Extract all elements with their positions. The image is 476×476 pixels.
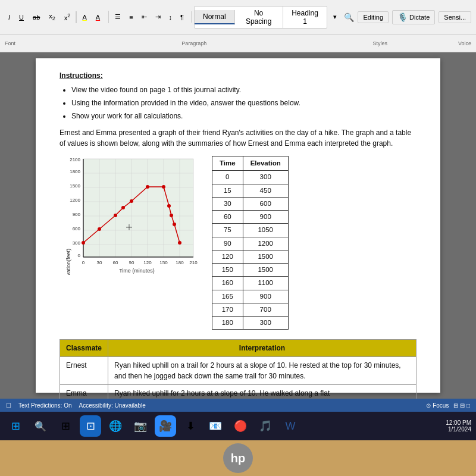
style-no-spacing[interactable]: No Spacing [235, 7, 283, 28]
sort-button[interactable]: ↕ [165, 12, 176, 23]
taskbar-word-button[interactable]: W [280, 415, 301, 437]
table-elevation-cell: 1100 [243, 277, 288, 290]
table-time-cell: 30 [212, 197, 243, 210]
taskbar-store-button[interactable]: ⊡ [80, 415, 101, 437]
italic-button[interactable]: I [5, 12, 14, 23]
interp-row: ErnestRyan hiked uphill on a trail for 2… [60, 357, 416, 385]
bullets-button[interactable]: ☰ [111, 11, 124, 23]
elevation-chart: 0 300 600 900 1200 1500 1800 2100 0 30 6… [60, 156, 202, 278]
font-label: Font [5, 40, 15, 46]
accessibility-status: Accessibility: Unavailable [79, 402, 145, 409]
table-time-cell: 150 [212, 264, 243, 277]
table-row: 1501500 [212, 264, 289, 277]
toolbar-row1: I U ab x2 x2 A A ☰ ≡ ⇤ ⇥ ↕ ¶ Normal No S… [0, 0, 476, 35]
table-row: 1601100 [212, 277, 289, 290]
subscript-button[interactable]: x2 [45, 11, 59, 23]
document-area: Instructions: View the video found on pa… [0, 52, 476, 399]
svg-text:Elevation(feet): Elevation(feet) [65, 249, 71, 275]
table-elevation-cell: 1050 [243, 224, 288, 237]
document-page: Instructions: View the video found on pa… [36, 58, 440, 393]
taskbar-zoom-button[interactable]: 🎥 [155, 415, 176, 437]
bullet-item-2: Using the information provided in the vi… [71, 98, 416, 108]
svg-text:150: 150 [159, 260, 168, 265]
superscript-button[interactable]: x2 [61, 11, 74, 23]
intro-paragraph: Ernest and Emma presented a graph of the… [60, 127, 416, 149]
highlight-button[interactable]: A [79, 12, 90, 23]
styles-section: Normal No Spacing Heading 1 [194, 6, 327, 29]
taskbar-search-button[interactable]: 🔍 [30, 415, 51, 437]
svg-point-36 [121, 206, 125, 209]
taskbar-photos-button[interactable]: 📷 [130, 415, 151, 437]
svg-text:300: 300 [73, 240, 81, 246]
taskbar-time-display: 12:00 PM [446, 419, 471, 426]
styles-label: Styles [373, 40, 388, 46]
taskbar-outlook-button[interactable]: 📧 [205, 415, 226, 437]
paragraph-controls: ☰ ≡ ⇤ ⇥ ↕ ¶ [111, 11, 192, 23]
classmate-cell: Emma [60, 385, 108, 399]
windows-start-button[interactable]: ⊞ [5, 415, 26, 437]
toolbar-right: 🔍 Editing 🎙️ Dictate Sensi... [344, 10, 471, 24]
svg-point-35 [114, 214, 117, 217]
table-time-cell: 0 [212, 171, 243, 184]
font-color-button[interactable]: A [92, 12, 104, 23]
table-row: 30600 [212, 197, 289, 210]
sensitivity-button[interactable]: Sensi... [439, 11, 471, 23]
svg-point-33 [82, 241, 85, 245]
taskbar-app10-button[interactable]: 🎵 [255, 415, 276, 437]
taskbar: ⊞ 🔍 ⊞ ⊡ 🌐 📷 🎥 ⬇ 📧 🔴 🎵 W 12:00 PM 1/1/202… [0, 412, 476, 440]
svg-point-42 [173, 223, 176, 226]
interp-classmate-header: Classmate [60, 340, 108, 357]
table-time-cell: 170 [212, 303, 243, 316]
indent-decrease-button[interactable]: ⇤ [138, 11, 151, 23]
interp-interpretation-header: Interpretation [108, 340, 416, 357]
svg-point-38 [146, 185, 149, 189]
interpretation-table: Classmate Interpretation ErnestRyan hike… [60, 339, 416, 399]
svg-point-40 [167, 204, 171, 208]
editing-button[interactable]: Editing [358, 11, 389, 23]
status-left: ☐ Text Predictions: On Accessibility: Un… [6, 402, 146, 409]
table-elevation-cell: 600 [243, 197, 288, 210]
table-time-cell: 90 [212, 237, 243, 250]
svg-text:Time (minutes): Time (minutes) [119, 268, 155, 274]
table-row: 165900 [212, 290, 289, 303]
elevation-data-table: Time Elevation 0300154503060060900751050… [212, 156, 289, 330]
svg-text:2100: 2100 [70, 157, 80, 162]
svg-point-37 [130, 199, 133, 203]
table-elevation-cell: 700 [243, 303, 288, 316]
pilcrow-button[interactable]: ¶ [177, 12, 187, 23]
indent-increase-button[interactable]: ⇥ [152, 11, 164, 23]
svg-text:1200: 1200 [70, 198, 80, 203]
toolbar-row2: Font Paragraph Styles Voice [0, 35, 476, 52]
table-row: 180300 [212, 317, 289, 330]
styles-dropdown[interactable]: ▾ [330, 11, 340, 23]
taskbar-app9-button[interactable]: 🔴 [230, 415, 251, 437]
search-icon[interactable]: 🔍 [344, 12, 354, 22]
svg-point-34 [98, 227, 101, 231]
toolbar-left: I U ab x2 x2 A A ☰ ≡ ⇤ ⇥ ↕ ¶ Normal No S… [5, 6, 340, 29]
svg-text:30: 30 [97, 260, 102, 265]
table-elevation-cell: 1500 [243, 250, 288, 263]
bullet-list: View the video found on page 1 of this j… [71, 84, 416, 121]
status-bar: ☐ Text Predictions: On Accessibility: Un… [0, 399, 476, 412]
taskbar-widgets-button[interactable]: ⊞ [55, 415, 76, 437]
taskbar-downloads-button[interactable]: ⬇ [180, 415, 201, 437]
svg-point-43 [178, 241, 181, 245]
dictate-button[interactable]: 🎙️ Dictate [392, 10, 435, 24]
svg-point-39 [162, 185, 165, 189]
table-time-cell: 180 [212, 317, 243, 330]
status-right: ⊙ Focus ⊟ ⊟ □ [426, 402, 470, 409]
underline-button[interactable]: U [15, 12, 27, 23]
numbering-button[interactable]: ≡ [126, 12, 136, 23]
strikethrough-button[interactable]: ab [29, 12, 43, 23]
style-heading1[interactable]: Heading 1 [283, 7, 327, 28]
focus-button[interactable]: ⊙ Focus [426, 402, 449, 409]
instructions-title: Instructions: [60, 70, 416, 81]
style-normal[interactable]: Normal [195, 10, 235, 24]
voice-label: Voice [458, 40, 471, 46]
table-elevation-cell: 1500 [243, 264, 288, 277]
taskbar-chrome-button[interactable]: 🌐 [105, 415, 126, 437]
interp-row: EmmaRyan hiked uphill for 2 hours at a s… [60, 385, 416, 399]
svg-text:60: 60 [113, 260, 118, 265]
svg-text:180: 180 [176, 260, 184, 265]
table-elevation-cell: 1200 [243, 237, 288, 250]
